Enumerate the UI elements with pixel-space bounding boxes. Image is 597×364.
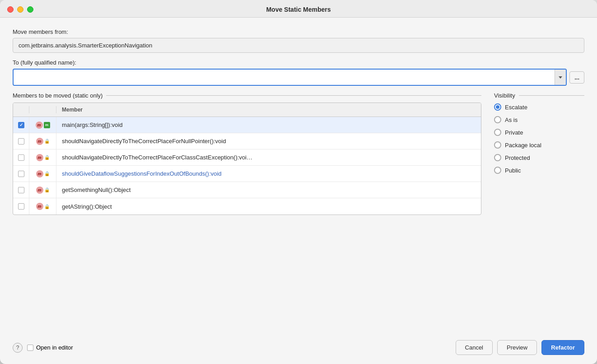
help-button[interactable]: ?	[13, 343, 23, 353]
radio-as-is-circle[interactable]	[494, 116, 501, 123]
checkbox-2[interactable]	[18, 154, 24, 161]
row-icons-5: m 🔒	[29, 198, 56, 215]
visibility-title: Visibility	[494, 92, 584, 99]
radio-private-circle[interactable]	[494, 129, 501, 136]
row-checkbox-3[interactable]	[13, 166, 29, 182]
row-icons-2: m 🔒	[29, 149, 56, 165]
row-icons-0: m m	[29, 117, 56, 133]
dialog-title: Move Static Members	[266, 6, 331, 13]
table-row[interactable]: m 🔒 getAString():Object	[13, 198, 481, 215]
header-check-col	[13, 106, 29, 113]
open-editor-label: Open in editor	[36, 344, 73, 351]
lock-icon-1: 🔒	[44, 139, 50, 144]
minimize-button[interactable]	[17, 6, 23, 13]
table-row[interactable]: m 🔒 shouldNavigateDirectlyToTheCorrectPl…	[13, 149, 481, 166]
radio-as-is[interactable]: As is	[494, 116, 584, 123]
header-icons-col	[29, 106, 56, 113]
dest-field-group: To (fully qualified name): ...	[13, 59, 584, 86]
visibility-section: Visibility Escalate As is Pr	[494, 92, 584, 326]
traffic-lights	[7, 6, 33, 13]
radio-package-local[interactable]: Package local	[494, 141, 584, 149]
radio-as-is-label: As is	[505, 117, 518, 123]
source-field-group: Move members from: com.jetbrains.analysi…	[13, 28, 584, 53]
row-checkbox-1[interactable]	[13, 133, 29, 149]
lock-icon-4: 🔒	[44, 187, 50, 193]
source-label: Move members from:	[13, 28, 584, 35]
dialog-content: Move members from: com.jetbrains.analysi…	[0, 18, 597, 335]
table-header: Member	[13, 103, 481, 117]
visibility-options: Escalate As is Private Pac	[494, 103, 584, 174]
refactor-button[interactable]: Refactor	[541, 340, 584, 355]
method-icon-2: m	[36, 154, 43, 161]
table-row[interactable]: m 🔒 shouldGiveDataflowSuggestionsForInde…	[13, 166, 481, 182]
checkbox-3[interactable]	[18, 171, 24, 177]
main-section: Members to be moved (static only) Member	[13, 92, 584, 326]
row-checkbox-4[interactable]	[13, 182, 29, 198]
row-name-0: main(args:String[]):void	[56, 118, 481, 132]
table-row[interactable]: m 🔒 getSomethingNull():Object	[13, 182, 481, 198]
lock-icon-5: 🔒	[44, 204, 50, 209]
radio-escalate[interactable]: Escalate	[494, 103, 584, 111]
method-icon-4: m	[36, 187, 43, 194]
method-green-icon-0: m	[44, 122, 50, 128]
radio-public-label: Public	[505, 167, 521, 174]
maximize-button[interactable]	[27, 6, 33, 13]
row-name-2: shouldNavigateDirectlyToTheCorrectPlaceF…	[56, 150, 481, 164]
dest-browse-button[interactable]: ...	[569, 71, 584, 84]
footer-left: ? Open in editor	[13, 343, 73, 353]
row-icons-1: m 🔒	[29, 133, 56, 149]
radio-private[interactable]: Private	[494, 129, 584, 136]
radio-protected-label: Protected	[505, 154, 530, 161]
preview-button[interactable]: Preview	[497, 340, 537, 355]
dest-row: ...	[13, 69, 584, 86]
row-checkbox-5[interactable]	[13, 198, 29, 215]
row-icons-3: m 🔒	[29, 166, 56, 182]
lock-icon-3: 🔒	[44, 171, 50, 177]
radio-escalate-circle[interactable]	[494, 103, 501, 111]
open-editor-checkbox[interactable]	[27, 345, 33, 351]
checkbox-0[interactable]	[18, 122, 24, 128]
table-row[interactable]: m 🔒 shouldNavigateDirectlyToTheCorrectPl…	[13, 133, 481, 149]
dest-label: To (fully qualified name):	[13, 59, 584, 66]
chevron-down-icon	[559, 76, 562, 79]
checkbox-5[interactable]	[18, 203, 24, 210]
row-icons-4: m 🔒	[29, 182, 56, 198]
cancel-button[interactable]: Cancel	[456, 340, 493, 355]
radio-package-local-label: Package local	[505, 142, 541, 149]
row-checkbox-0[interactable]	[13, 117, 29, 133]
lock-icon-2: 🔒	[44, 155, 50, 160]
close-button[interactable]	[7, 6, 14, 13]
radio-protected[interactable]: Protected	[494, 154, 584, 161]
radio-escalate-label: Escalate	[505, 104, 527, 111]
header-member-col: Member	[56, 103, 481, 117]
radio-package-local-circle[interactable]	[494, 141, 501, 149]
row-checkbox-2[interactable]	[13, 149, 29, 165]
members-section: Members to be moved (static only) Member	[13, 92, 481, 326]
method-icon-3: m	[36, 170, 43, 177]
row-name-4: getSomethingNull():Object	[56, 183, 481, 197]
method-icon-5: m	[36, 203, 43, 210]
titlebar: Move Static Members	[0, 0, 597, 18]
members-table: Member m m main(args:String[]):void	[13, 103, 481, 215]
members-section-title: Members to be moved (static only)	[13, 92, 481, 99]
radio-private-label: Private	[505, 129, 523, 136]
row-name-3[interactable]: shouldGiveDataflowSuggestionsForIndexOut…	[56, 167, 481, 181]
move-static-members-dialog: Move Static Members Move members from: c…	[0, 0, 597, 364]
dest-dropdown-button[interactable]	[555, 70, 566, 85]
footer-right: Cancel Preview Refactor	[456, 340, 584, 355]
row-name-1: shouldNavigateDirectlyToTheCorrectPlaceF…	[56, 134, 481, 148]
source-value: com.jetbrains.analysis.SmarterExceptionN…	[13, 38, 584, 53]
radio-protected-circle[interactable]	[494, 154, 501, 161]
radio-public-circle[interactable]	[494, 167, 501, 174]
dest-input-wrapper	[13, 69, 567, 86]
method-icon-0: m	[36, 121, 43, 129]
checkbox-1[interactable]	[18, 138, 24, 145]
radio-public[interactable]: Public	[494, 167, 584, 174]
open-editor-option[interactable]: Open in editor	[27, 344, 73, 351]
method-icon-1: m	[36, 138, 43, 145]
dest-input[interactable]	[14, 70, 555, 84]
table-row[interactable]: m m main(args:String[]):void	[13, 117, 481, 133]
checkbox-4[interactable]	[18, 187, 24, 193]
row-name-5: getAString():Object	[56, 200, 481, 214]
footer: ? Open in editor Cancel Preview Refactor	[0, 335, 597, 364]
